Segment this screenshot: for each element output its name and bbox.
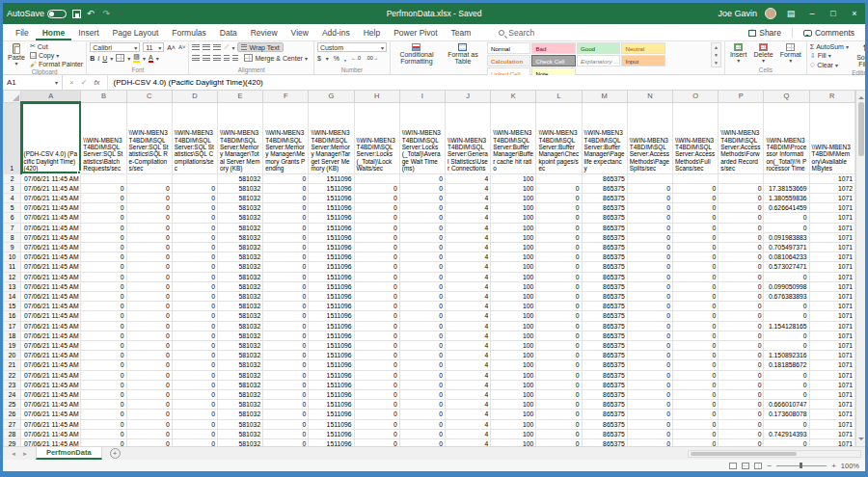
- tab-page-layout[interactable]: Page Layout: [106, 26, 166, 40]
- cell-H23[interactable]: 0: [354, 380, 399, 389]
- row-header-6[interactable]: 6: [4, 213, 21, 223]
- cell-O18[interactable]: 0: [673, 331, 719, 340]
- cell-G19[interactable]: 1511096: [309, 340, 354, 350]
- cell-G28[interactable]: 1511096: [309, 429, 354, 438]
- cell-M21[interactable]: 865375: [582, 360, 627, 370]
- scroll-down-icon[interactable]: [858, 437, 864, 443]
- cell-J25[interactable]: 4: [445, 400, 490, 410]
- undo-button[interactable]: ↶▾: [87, 9, 97, 18]
- cell-K23[interactable]: 100: [491, 380, 536, 389]
- cell-I14[interactable]: 0: [399, 291, 445, 301]
- cell-B13[interactable]: 0: [81, 281, 126, 291]
- cell-L23[interactable]: 0: [536, 380, 582, 389]
- sheet-nav-prev-icon[interactable]: ◄: [11, 451, 16, 457]
- cell-B26[interactable]: 0: [81, 410, 126, 419]
- cell-B7[interactable]: 0: [81, 223, 126, 232]
- cell-J22[interactable]: 4: [445, 370, 490, 380]
- cut-button[interactable]: ✂Cut: [30, 42, 83, 50]
- cell-I12[interactable]: 0: [399, 272, 445, 281]
- cell-I23[interactable]: 0: [399, 380, 445, 389]
- cell-B11[interactable]: 0: [81, 262, 126, 272]
- zoom-slider[interactable]: [776, 465, 827, 466]
- cell-E29[interactable]: 581032: [217, 438, 262, 446]
- cell-J8[interactable]: 4: [445, 232, 490, 242]
- cell-H3[interactable]: 0: [354, 183, 399, 193]
- autosum-button[interactable]: ΣAutoSum▾: [810, 43, 849, 51]
- cell-G9[interactable]: 1511096: [309, 242, 354, 252]
- cell-C13[interactable]: 0: [126, 281, 172, 291]
- cell-N29[interactable]: 0: [627, 438, 672, 446]
- cell-D7[interactable]: 0: [172, 223, 217, 232]
- zoom-out-button[interactable]: −: [767, 462, 772, 470]
- style-check-cell[interactable]: Check Cell: [531, 55, 576, 66]
- cell-D12[interactable]: 0: [172, 272, 217, 281]
- cell-N27[interactable]: 0: [627, 419, 672, 429]
- copy-button[interactable]: Copy▾: [30, 51, 83, 59]
- cell-B12[interactable]: 0: [81, 272, 126, 281]
- cell-H1[interactable]: \\WIN-MBEN3T4BDIM\SQLServer:Locks(_Total…: [354, 102, 399, 173]
- cell-E9[interactable]: 581032: [217, 242, 262, 252]
- cell-K22[interactable]: 100: [491, 370, 536, 380]
- column-header-N[interactable]: N: [627, 91, 672, 102]
- horizontal-scroll-thumb[interactable]: [691, 452, 797, 456]
- cell-L29[interactable]: 0: [536, 438, 582, 446]
- cell-I1[interactable]: \\WIN-MBEN3T4BDIM\SQLServer:Locks(_Total…: [399, 102, 445, 173]
- cell-N3[interactable]: 0: [627, 183, 672, 193]
- cell-P10[interactable]: 0: [719, 252, 764, 262]
- font-color-icon[interactable]: A: [149, 54, 153, 63]
- cell-B9[interactable]: 0: [81, 242, 126, 252]
- cell-L21[interactable]: 0: [536, 360, 582, 370]
- cell-P9[interactable]: 0: [719, 242, 764, 252]
- cell-G15[interactable]: 1511096: [309, 302, 354, 311]
- row-header-16[interactable]: 16: [4, 311, 21, 321]
- column-header-C[interactable]: C: [126, 91, 172, 102]
- cell-O17[interactable]: 0: [673, 321, 719, 331]
- column-header-A[interactable]: A: [21, 91, 81, 102]
- row-header-15[interactable]: 15: [4, 302, 21, 311]
- cell-R15[interactable]: 1071: [809, 302, 854, 311]
- cell-O10[interactable]: 0: [673, 252, 719, 262]
- cell-G27[interactable]: 1511096: [309, 419, 354, 429]
- cell-O23[interactable]: 0: [673, 380, 719, 389]
- cell-I29[interactable]: 0: [399, 438, 445, 446]
- cell-D1[interactable]: \\WIN-MBEN3T4BDIM\SQLServer:SQL Statisti…: [172, 102, 217, 173]
- cell-O28[interactable]: 0: [673, 429, 719, 438]
- cell-M1[interactable]: \\WIN-MBEN3T4BDIM\SQLServer:Buffer Manag…: [582, 102, 627, 173]
- cell-N25[interactable]: 0: [627, 400, 672, 410]
- cell-M17[interactable]: 865375: [582, 321, 627, 331]
- cell-A22[interactable]: 07/06/21 11:45 AM: [21, 370, 81, 380]
- cell-R12[interactable]: 1071: [809, 272, 854, 281]
- cell-K5[interactable]: 100: [491, 203, 536, 213]
- cell-P17[interactable]: 0: [719, 321, 764, 331]
- cell-F4[interactable]: 0: [263, 193, 309, 202]
- cell-R26[interactable]: 1071: [809, 410, 854, 419]
- cell-G4[interactable]: 1511096: [309, 193, 354, 202]
- cell-M9[interactable]: 865375: [582, 242, 627, 252]
- cell-R23[interactable]: 1071: [809, 380, 854, 389]
- cell-D6[interactable]: 0: [172, 213, 217, 223]
- cell-H12[interactable]: 0: [354, 272, 399, 281]
- cell-M27[interactable]: 865375: [582, 419, 627, 429]
- cell-N28[interactable]: 0: [627, 429, 672, 438]
- zoom-in-button[interactable]: +: [831, 462, 836, 470]
- tab-formulas[interactable]: Formulas: [165, 26, 212, 40]
- cell-D22[interactable]: 0: [172, 370, 217, 380]
- formula-input[interactable]: (PDH-CSV 4.0) (Pacific Daylight Time)(42…: [108, 75, 269, 90]
- cell-E16[interactable]: 581032: [217, 311, 262, 321]
- cell-M6[interactable]: 865375: [582, 213, 627, 223]
- cell-G25[interactable]: 1511096: [309, 400, 354, 410]
- cell-E12[interactable]: 581032: [217, 272, 262, 281]
- cell-Q27[interactable]: 0: [764, 419, 809, 429]
- cell-A12[interactable]: 07/06/21 11:45 AM: [21, 272, 81, 281]
- cell-A11[interactable]: 07/06/21 11:45 AM: [21, 262, 81, 272]
- cell-J19[interactable]: 4: [445, 340, 490, 350]
- cell-K3[interactable]: 100: [491, 183, 536, 193]
- cell-Q26[interactable]: 0.173608078: [764, 410, 809, 419]
- sort-filter-button[interactable]: ⇅Sort & Filter: [852, 42, 868, 69]
- cell-J6[interactable]: 4: [445, 213, 490, 223]
- cell-F28[interactable]: 0: [263, 429, 309, 438]
- cell-F12[interactable]: 0: [263, 272, 309, 281]
- cell-D16[interactable]: 0: [172, 311, 217, 321]
- cell-B25[interactable]: 0: [81, 400, 126, 410]
- cell-P13[interactable]: 0: [719, 281, 764, 291]
